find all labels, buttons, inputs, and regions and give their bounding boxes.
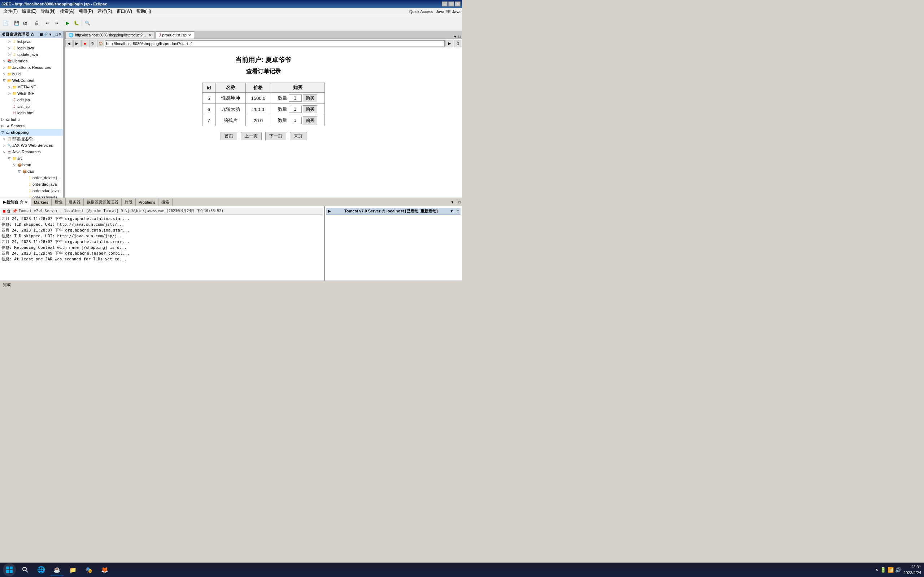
browser-options-btn[interactable]: ⚙ — [454, 40, 461, 47]
refresh-button[interactable]: ↻ — [89, 40, 96, 47]
jsp-file-icon: J — [159, 33, 161, 37]
server-maximize-icon[interactable]: □ — [457, 209, 459, 213]
menu-window[interactable]: 窗口(W) — [115, 8, 134, 15]
stop-button[interactable]: ■ — [81, 40, 89, 47]
tab-snippets[interactable]: 片段 — [122, 198, 136, 206]
debug-btn[interactable]: 🐛 — [72, 19, 80, 27]
new-btn[interactable]: 📄 — [2, 19, 10, 27]
menu-search[interactable]: 搜索(A) — [58, 8, 76, 15]
forward-button[interactable]: ▶ — [73, 40, 81, 47]
console-pin-btn[interactable]: 📌 — [12, 209, 17, 213]
tree-deploy[interactable]: ▷ 📋 部署描述符: — [0, 135, 63, 142]
back-button[interactable]: ◀ — [65, 40, 73, 47]
tree-webinf1[interactable]: ▷ 📁 WEB-INF — [0, 90, 63, 97]
minimize-panel-icon[interactable]: _ — [53, 32, 55, 36]
tab-properties[interactable]: 属性 — [52, 198, 66, 206]
tree-jsresources1[interactable]: ▷ 📁 JavaScript Resources — [0, 64, 63, 71]
prev-page-btn[interactable]: 上一页 — [241, 132, 262, 140]
row1-quantity-input[interactable] — [289, 95, 302, 102]
servers-label: 服务器 — [69, 200, 81, 205]
next-page-btn[interactable]: 下一页 — [265, 132, 286, 140]
java-icon: J — [27, 188, 32, 193]
maximize-button[interactable]: □ — [448, 2, 454, 6]
search-toolbar-btn[interactable]: 🔍 — [83, 19, 91, 27]
redo-btn[interactable]: ↪ — [52, 19, 60, 27]
minimize-button[interactable]: ─ — [442, 2, 447, 6]
tree-dao[interactable]: ▽ 📦 dao — [0, 168, 63, 174]
tab-console[interactable]: ▶ 控制台 ☆ ✕ — [0, 198, 31, 206]
tree-libraries1[interactable]: ▷ 📚 Libraries — [0, 58, 63, 64]
save-all-btn[interactable]: 🗂 — [21, 19, 29, 27]
go-button[interactable]: ▶ — [446, 40, 453, 47]
menu-run[interactable]: 运行(R) — [95, 8, 115, 15]
console-stop-btn[interactable]: ■ — [3, 209, 5, 213]
maximize-bottom-icon[interactable]: □ — [459, 200, 460, 204]
tab-servers[interactable]: 服务器 — [66, 198, 84, 206]
print-btn[interactable]: 🖨 — [32, 19, 40, 27]
row2-quantity-input[interactable] — [289, 106, 302, 113]
row2-buy-button[interactable]: 购买 — [303, 105, 317, 113]
menu-project[interactable]: 项目(P) — [76, 8, 95, 15]
tree-build1[interactable]: ▷ 📁 build — [0, 71, 63, 77]
console-clear-btn[interactable]: 🗑 — [7, 209, 11, 213]
collapse-all-icon[interactable]: ⊟ — [40, 32, 43, 36]
tree-shopping[interactable]: ▽ 🗂 shopping — [0, 129, 63, 135]
row1-buy-button[interactable]: 购买 — [303, 94, 317, 102]
server-minimize-icon[interactable]: _ — [454, 209, 456, 213]
tree-src[interactable]: ▽ 📁 src — [0, 155, 63, 161]
maximize-panel-icon[interactable]: □ — [56, 32, 58, 36]
tab-markers[interactable]: Markers — [31, 198, 52, 206]
undo-btn[interactable]: ↩ — [44, 19, 52, 27]
java-ee-btn[interactable]: Java EE — [436, 10, 451, 14]
tree-orderdao[interactable]: J orderdao.java — [0, 181, 63, 187]
maximize-editor-icon[interactable]: □ — [459, 35, 460, 39]
tab-list-icon[interactable]: ▼ — [453, 35, 457, 39]
minimize-bottom-icon[interactable]: _ — [456, 200, 458, 204]
close-panel-icon[interactable]: ✕ — [58, 32, 61, 36]
tab-search[interactable]: 搜索 — [158, 198, 173, 206]
tab-console-close[interactable]: ✕ — [25, 200, 28, 204]
java-btn[interactable]: Java — [452, 10, 460, 14]
tab-datasource[interactable]: 数据源资源管理器 — [84, 198, 122, 206]
tree-update-java[interactable]: ▷ J update.java — [0, 51, 63, 58]
bottom-panel-menu[interactable]: ▼ — [451, 200, 454, 204]
link-icon[interactable]: 🔗 — [43, 32, 48, 36]
server-menu-icon[interactable]: ▼ — [450, 209, 453, 213]
tree-jax-ws[interactable]: ▷ 🔧 JAX-WS Web Services — [0, 142, 63, 148]
tree-webcontent1[interactable]: ▽ 📂 WebContent — [0, 77, 63, 84]
run-btn[interactable]: ▶ — [63, 19, 71, 27]
menu-navigate[interactable]: 导航(N) — [39, 8, 58, 15]
tree-ordersshowdao[interactable]: J ordersshowdao.java — [0, 194, 63, 198]
row3-quantity-input[interactable] — [289, 117, 302, 124]
menu-file[interactable]: 文件(F) — [2, 8, 20, 15]
tree-huhu[interactable]: ▷ 🗂 huhu — [0, 116, 63, 122]
tree-java-resources[interactable]: ▽ ☕ Java Resources — [0, 148, 63, 155]
tab-problems[interactable]: Problems — [136, 198, 158, 206]
tree-ordersdao[interactable]: J ordersdao.java — [0, 187, 63, 194]
address-input[interactable] — [105, 40, 445, 47]
tree-servers[interactable]: ▷ 🖥 Servers — [0, 122, 63, 129]
tree-bean[interactable]: ▽ 📦 bean — [0, 161, 63, 168]
tab-browser[interactable]: 🌐 http://localhost:8080/shopping/listpro… — [65, 31, 155, 39]
tree-order-delete[interactable]: J order_delete.java — [0, 174, 63, 181]
tree-metainf1[interactable]: ▷ 📁 META-INF — [0, 84, 63, 90]
home-button[interactable]: 🏠 — [97, 40, 104, 47]
menu-help[interactable]: 帮助(H) — [134, 8, 153, 15]
window-controls: ─ □ ✕ — [442, 2, 460, 6]
menu-edit[interactable]: 编辑(E) — [20, 8, 39, 15]
tree-list-java[interactable]: ▷ J list.java — [0, 38, 63, 45]
tab-productlist[interactable]: J productlist.jsp ✕ — [155, 31, 194, 39]
save-btn[interactable]: 💾 — [13, 19, 21, 27]
first-page-btn[interactable]: 首页 — [221, 132, 237, 140]
close-button[interactable]: ✕ — [455, 2, 460, 6]
tree-edit-jsp[interactable]: J edit.jsp — [0, 97, 63, 103]
row3-buy-button[interactable]: 购买 — [303, 116, 317, 124]
tab-close-btn[interactable]: ✕ — [188, 33, 191, 37]
tree-list-jsp[interactable]: J List.jsp — [0, 103, 63, 110]
tree-login-java[interactable]: ▷ J login.java — [0, 45, 63, 51]
java-icon: J — [27, 194, 32, 198]
tree-login-html[interactable]: H login.html — [0, 110, 63, 116]
explorer-menu-icon[interactable]: ▼ — [48, 32, 52, 36]
tab-close-btn[interactable]: ✕ — [149, 33, 152, 37]
last-page-btn[interactable]: 末页 — [290, 132, 307, 140]
